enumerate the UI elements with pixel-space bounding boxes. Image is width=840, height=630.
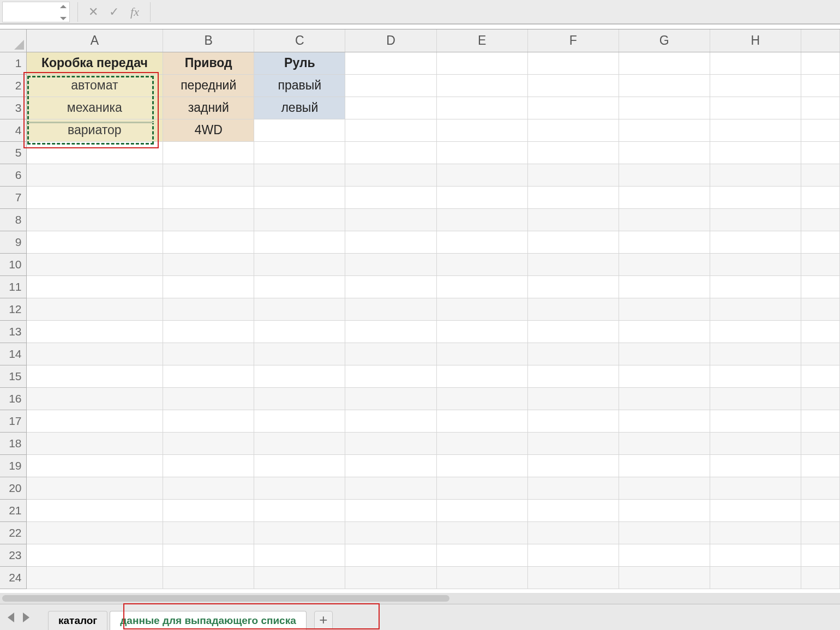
cell[interactable] — [801, 365, 839, 387]
cell[interactable] — [801, 52, 839, 74]
cell[interactable] — [619, 499, 710, 521]
cell[interactable] — [710, 186, 801, 208]
row-header[interactable]: 1 — [0, 52, 26, 74]
cell[interactable]: правый — [254, 74, 345, 97]
row-header[interactable]: 23 — [0, 544, 26, 566]
row-header[interactable]: 6 — [0, 164, 26, 186]
cell[interactable] — [710, 275, 801, 298]
cell[interactable] — [254, 320, 345, 343]
cell[interactable] — [801, 343, 839, 365]
cell[interactable] — [801, 410, 839, 432]
cell[interactable] — [436, 275, 527, 298]
name-box[interactable] — [2, 2, 70, 22]
cell[interactable] — [801, 454, 839, 477]
cell[interactable] — [619, 119, 710, 141]
cell[interactable] — [345, 521, 436, 544]
cell[interactable] — [527, 566, 619, 589]
cell[interactable] — [801, 387, 839, 410]
cell[interactable] — [163, 365, 254, 387]
cell[interactable] — [801, 275, 839, 298]
cell[interactable] — [527, 343, 619, 365]
cell[interactable] — [436, 253, 527, 275]
cancel-button[interactable]: ✕ — [86, 4, 101, 20]
cell[interactable] — [345, 499, 436, 521]
cell[interactable] — [254, 141, 345, 164]
cell[interactable] — [619, 544, 710, 566]
cell[interactable] — [801, 208, 839, 231]
cell[interactable] — [163, 141, 254, 164]
cell[interactable] — [710, 208, 801, 231]
cell[interactable] — [254, 454, 345, 477]
cell[interactable] — [436, 410, 527, 432]
cell[interactable] — [619, 521, 710, 544]
cell[interactable] — [163, 454, 254, 477]
cell[interactable] — [26, 208, 163, 231]
cell[interactable] — [801, 164, 839, 186]
cell[interactable] — [26, 231, 163, 253]
row-header[interactable]: 15 — [0, 365, 26, 387]
cell[interactable] — [26, 521, 163, 544]
cell[interactable] — [619, 141, 710, 164]
cell[interactable] — [254, 499, 345, 521]
row-header[interactable]: 10 — [0, 253, 26, 275]
cell[interactable] — [163, 477, 254, 499]
cell[interactable] — [345, 186, 436, 208]
cell[interactable] — [710, 566, 801, 589]
row-header[interactable]: 14 — [0, 343, 26, 365]
cell[interactable] — [619, 74, 710, 97]
cell[interactable] — [345, 275, 436, 298]
cell[interactable] — [801, 566, 839, 589]
cell[interactable] — [254, 544, 345, 566]
row-header[interactable]: 19 — [0, 454, 26, 477]
col-header[interactable]: G — [619, 29, 710, 52]
cell[interactable] — [619, 52, 710, 74]
row-header[interactable]: 18 — [0, 432, 26, 454]
cell[interactable]: автомат — [26, 74, 163, 97]
cell[interactable] — [710, 365, 801, 387]
cell[interactable] — [26, 365, 163, 387]
cell[interactable] — [710, 544, 801, 566]
row-header[interactable]: 7 — [0, 186, 26, 208]
cell[interactable] — [163, 521, 254, 544]
select-all-corner[interactable] — [0, 29, 26, 52]
cell[interactable] — [345, 477, 436, 499]
cell[interactable] — [527, 119, 619, 141]
cell[interactable] — [345, 74, 436, 97]
row-header[interactable]: 3 — [0, 97, 26, 119]
cell[interactable] — [345, 231, 436, 253]
cell[interactable]: механика — [26, 97, 163, 119]
cell[interactable] — [254, 164, 345, 186]
cell[interactable] — [710, 521, 801, 544]
cell[interactable] — [163, 499, 254, 521]
cell[interactable] — [710, 387, 801, 410]
cell[interactable] — [527, 141, 619, 164]
col-header[interactable]: A — [26, 29, 163, 52]
cell[interactable] — [527, 275, 619, 298]
cell[interactable] — [619, 477, 710, 499]
cell[interactable] — [527, 208, 619, 231]
cell[interactable]: вариатор — [26, 119, 163, 141]
cell[interactable] — [345, 141, 436, 164]
cell[interactable] — [254, 231, 345, 253]
cell[interactable] — [619, 387, 710, 410]
cell[interactable] — [26, 499, 163, 521]
cell[interactable] — [345, 432, 436, 454]
row-header[interactable]: 12 — [0, 298, 26, 320]
cell[interactable] — [527, 477, 619, 499]
row-header[interactable]: 5 — [0, 141, 26, 164]
scrollbar-thumb[interactable] — [2, 595, 449, 602]
row-header[interactable]: 24 — [0, 566, 26, 589]
cell[interactable] — [26, 164, 163, 186]
cell[interactable] — [710, 432, 801, 454]
cell[interactable] — [254, 253, 345, 275]
col-header[interactable]: C — [254, 29, 345, 52]
cell[interactable] — [527, 298, 619, 320]
cell[interactable] — [26, 544, 163, 566]
cell[interactable] — [801, 186, 839, 208]
cell[interactable]: Руль — [254, 52, 345, 74]
cell[interactable] — [26, 343, 163, 365]
row-header[interactable]: 16 — [0, 387, 26, 410]
col-header[interactable]: D — [345, 29, 436, 52]
cell[interactable] — [801, 298, 839, 320]
cell[interactable] — [436, 74, 527, 97]
